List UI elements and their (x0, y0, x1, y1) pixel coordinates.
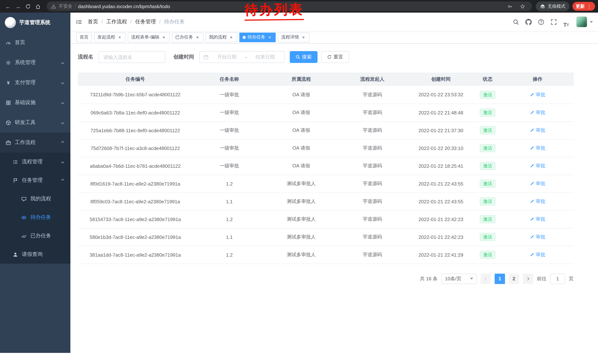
close-icon[interactable]: × (161, 35, 166, 40)
omnibox-divider (75, 4, 75, 9)
app: 芋道管理系统 首页 系统管理 ¥ 支付管理 (0, 13, 598, 364)
page-button-2[interactable]: 2 (509, 274, 519, 284)
help-button[interactable] (535, 16, 547, 27)
column-header-actions: 操作 (502, 73, 573, 86)
tab-done-tasks[interactable]: 已办任务 × (172, 32, 203, 42)
tab-process-detail[interactable]: 流程详情 × (278, 32, 309, 42)
page-button-1[interactable]: 1 (495, 274, 505, 284)
sidebar-item-system[interactable]: 系统管理 (0, 53, 70, 73)
cell-task-name: 1.2 (193, 175, 266, 193)
sidebar: 芋道管理系统 首页 系统管理 ¥ 支付管理 (0, 13, 70, 353)
approve-link[interactable]: 审批 (530, 198, 545, 205)
cell-starter: 芋道源码 (336, 86, 408, 104)
approve-link[interactable]: 审批 (530, 127, 545, 134)
breadcrumb-home[interactable]: 首页 (88, 18, 98, 25)
sidebar-item-my-process[interactable]: 我的流程 (0, 190, 70, 208)
tab-label: 已办任务 (175, 34, 193, 40)
approve-link[interactable]: 审批 (530, 216, 545, 223)
sidebar-item-label: 已办任务 (30, 233, 51, 239)
sidebar-item-infra[interactable]: 基础设施 (0, 93, 70, 113)
sidebar-item-process-mgmt[interactable]: 流程管理 (0, 153, 70, 171)
browser-forward-button[interactable]: → (13, 1, 23, 11)
navbar: 首页 工作流程 任务管理 待办任务 (70, 13, 598, 31)
tab-start-process[interactable]: 发起流程 × (94, 32, 126, 42)
reset-button[interactable]: 重置 (321, 51, 349, 63)
cell-created: 2022-01-22 21:37:30 (408, 121, 473, 139)
process-name-input[interactable] (99, 51, 165, 63)
column-header-task-name: 任务名称 (193, 73, 266, 86)
cell-task-id: 580e1b3d-7ac8-11ec-a9e2-a2380e71991a (78, 228, 193, 246)
browser-menu-icon[interactable]: ⋮ (587, 4, 592, 9)
goto-page-input[interactable] (550, 274, 565, 284)
font-size-button[interactable]: TT (561, 16, 572, 27)
sidebar-item-payment[interactable]: ¥ 支付管理 (0, 73, 70, 93)
next-page-button[interactable] (523, 274, 533, 284)
font-size-icon: T (563, 22, 567, 27)
incognito-label: 无痕模式 (548, 3, 565, 9)
tab-todo-tasks[interactable]: 待办任务 × (239, 32, 276, 42)
browser-reload-button[interactable] (23, 1, 33, 11)
github-button[interactable] (523, 16, 534, 27)
search-button[interactable]: 搜索 (290, 51, 317, 63)
sidebar-item-label: 基础设施 (15, 99, 36, 106)
approve-link[interactable]: 审批 (530, 234, 545, 240)
browser-back-button[interactable]: ← (3, 1, 13, 11)
approve-link[interactable]: 审批 (530, 91, 545, 98)
sidebar-item-workflow[interactable]: 工作流程 (0, 133, 70, 153)
approve-link[interactable]: 审批 (530, 145, 545, 152)
status-badge: 激活 (480, 180, 495, 188)
fullscreen-button[interactable] (548, 16, 559, 27)
tab-home[interactable]: 首页 (76, 32, 92, 42)
table-row: 58154733-7ac8-11ec-a9e2-a2380e71991a 1.2… (78, 210, 573, 228)
tab-my-process[interactable]: 我的流程 × (206, 32, 237, 42)
page-size-select[interactable]: 10条/页 (441, 274, 477, 284)
sidebar-item-task-mgmt[interactable]: 任务管理 (0, 171, 70, 190)
user-menu[interactable] (576, 16, 593, 27)
close-icon[interactable]: × (301, 35, 306, 40)
cell-starter: 芋道源码 (336, 175, 408, 193)
chevron-down-icon (61, 101, 64, 104)
approve-link[interactable]: 审批 (530, 162, 545, 169)
password-key-button[interactable] (505, 1, 515, 11)
breadcrumb-task-mgmt[interactable]: 任务管理 (127, 18, 156, 25)
cell-starter: 芋道源码 (336, 193, 408, 210)
tab-process-form-edit[interactable]: 流程表单-编辑 × (128, 32, 170, 42)
header-search-button[interactable] (510, 16, 521, 27)
cell-task-id: 75d72608-7b7f-11ec-a3c8-acde48001122 (78, 139, 193, 157)
browser-home-button[interactable] (33, 1, 43, 11)
caret-down-icon (470, 278, 473, 280)
column-header-status: 状态 (473, 73, 502, 86)
approve-link[interactable]: 审批 (530, 251, 545, 258)
sidebar-fold-button[interactable] (70, 13, 88, 31)
approve-link[interactable]: 审批 (530, 109, 545, 116)
column-header-created: 创建时间 (408, 73, 473, 86)
table-row: 381aa1dd-7ac8-11ec-a9e2-a2380e71991a 1.2… (78, 246, 573, 264)
close-icon[interactable]: × (229, 35, 234, 40)
chat-icon (21, 196, 27, 202)
close-icon[interactable]: × (267, 35, 272, 40)
table-row: 069c6a63-7b8a-11ec-8ef0-acde48001122 一级审… (78, 104, 573, 121)
cell-action: 审批 (502, 210, 573, 228)
sidebar-item-leave-query[interactable]: 请假查询 (0, 245, 70, 264)
sidebar-item-devtools[interactable]: 研发工具 (0, 113, 70, 133)
sidebar-item-done-tasks[interactable]: 已办任务 (0, 226, 70, 245)
app-logo[interactable]: 芋道管理系统 (0, 13, 70, 32)
create-time-label: 创建时间 (173, 54, 194, 60)
process-name-label: 流程名 (78, 54, 93, 60)
cell-process: OA 请假 (266, 157, 336, 175)
table-body: 73211d9d-7b9b-11ec-b5b7-acde48001122 一级审… (78, 86, 573, 264)
browser-update-button[interactable]: 更新 ⋮ (573, 2, 595, 11)
end-date-placeholder[interactable]: 结束日期 (250, 54, 281, 60)
close-icon[interactable]: × (195, 35, 200, 40)
sidebar-item-home[interactable]: 首页 (0, 32, 70, 53)
sidebar-item-todo-tasks[interactable]: 待办任务 (0, 208, 70, 226)
close-icon[interactable]: × (117, 35, 122, 40)
date-range-picker[interactable]: 开始日期 - 结束日期 (199, 51, 284, 63)
prev-page-button[interactable] (481, 274, 491, 284)
avatar[interactable] (576, 16, 587, 27)
active-tab-dot (243, 36, 246, 39)
start-date-placeholder[interactable]: 开始日期 (212, 54, 242, 60)
approve-link[interactable]: 审批 (530, 180, 545, 187)
bookmark-star-button[interactable] (518, 1, 528, 11)
breadcrumb-workflow[interactable]: 工作流程 (98, 18, 127, 25)
